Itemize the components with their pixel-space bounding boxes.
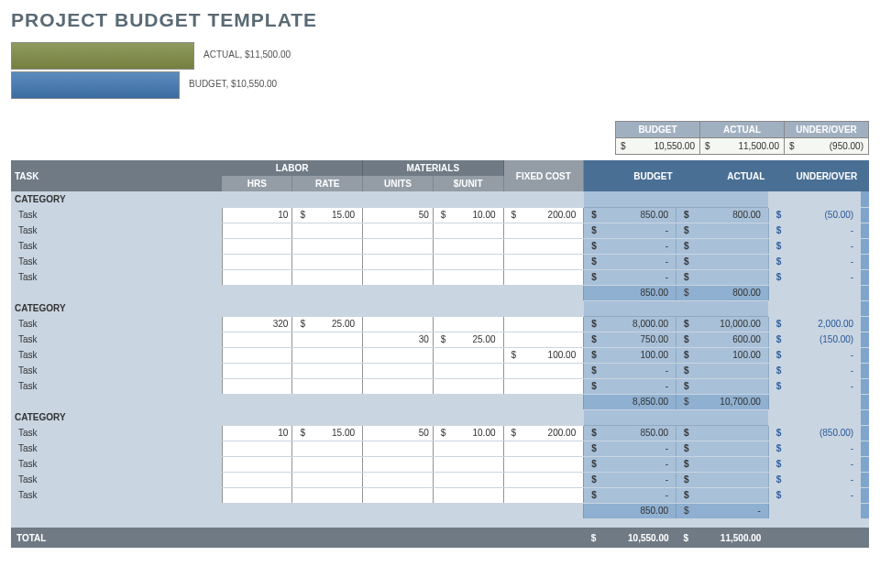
units-cell[interactable] [363, 456, 434, 472]
category-label: CATEGORY [11, 409, 222, 425]
uo-cell: $- [768, 441, 861, 456]
fixed-cell[interactable]: $200.00 [503, 207, 584, 223]
sunit-cell[interactable] [433, 378, 503, 394]
fixed-cell[interactable] [503, 316, 584, 332]
chart-bar-actual [11, 42, 194, 70]
sunit-cell[interactable] [433, 456, 503, 472]
task-label: Task [11, 207, 222, 223]
actual-cell: $ [676, 223, 769, 238]
actual-cell: $ [676, 487, 769, 503]
hrs-cell[interactable]: 10 [222, 425, 292, 441]
units-cell[interactable]: 50 [363, 207, 434, 223]
fixed-cell[interactable] [503, 332, 584, 347]
table-row: Task$-$$- [11, 363, 869, 378]
table-row: Task320$25.00$8,000.00$10,000.00$2,000.0… [11, 316, 869, 332]
fixed-cell[interactable] [503, 269, 584, 285]
fixed-cell[interactable] [503, 487, 584, 503]
rate-cell[interactable] [292, 238, 363, 254]
subtotal-actual: $800.00 [676, 285, 769, 300]
units-cell[interactable]: 30 [363, 332, 434, 347]
units-cell[interactable] [363, 487, 434, 503]
rate-cell[interactable] [292, 223, 363, 238]
sunit-cell[interactable]: $10.00 [433, 425, 503, 441]
rate-cell[interactable] [292, 487, 363, 503]
units-cell[interactable] [363, 316, 434, 332]
fixed-cell[interactable] [503, 472, 584, 487]
sunit-cell[interactable] [433, 347, 503, 363]
hrs-cell[interactable] [222, 269, 292, 285]
fixed-cell[interactable]: $200.00 [503, 425, 584, 441]
units-cell[interactable] [363, 238, 434, 254]
sunit-cell[interactable] [433, 316, 503, 332]
rate-cell[interactable] [292, 347, 363, 363]
budget-cell: $100.00 [584, 347, 676, 363]
units-cell[interactable] [363, 378, 434, 394]
task-label: Task [11, 425, 222, 441]
rate-cell[interactable] [292, 378, 363, 394]
sunit-cell[interactable] [433, 269, 503, 285]
rate-cell[interactable] [292, 269, 363, 285]
rate-cell[interactable] [292, 441, 363, 456]
task-label: Task [11, 332, 222, 347]
fixed-cell[interactable] [503, 363, 584, 378]
sunit-cell[interactable] [433, 487, 503, 503]
hrs-cell[interactable] [222, 254, 292, 269]
fixed-cell[interactable] [503, 254, 584, 269]
summary-box: BUDGET ACTUAL UNDER/OVER $10,550.00 $11,… [11, 121, 869, 155]
units-cell[interactable]: 50 [363, 425, 434, 441]
sunit-cell[interactable] [433, 238, 503, 254]
rate-cell[interactable] [292, 254, 363, 269]
hrs-cell[interactable] [222, 472, 292, 487]
hrs-cell[interactable] [222, 441, 292, 456]
rate-cell[interactable]: $25.00 [292, 316, 363, 332]
sunit-cell[interactable] [433, 254, 503, 269]
units-cell[interactable] [363, 223, 434, 238]
rate-cell[interactable] [292, 472, 363, 487]
table-row: Task$-$$- [11, 378, 869, 394]
sunit-cell[interactable] [433, 441, 503, 456]
rate-cell[interactable] [292, 456, 363, 472]
fixed-cell[interactable] [503, 223, 584, 238]
units-cell[interactable] [363, 269, 434, 285]
fixed-cell[interactable]: $100.00 [503, 347, 584, 363]
budget-cell: $- [584, 487, 676, 503]
hrs-cell[interactable] [222, 456, 292, 472]
hrs-cell[interactable] [222, 363, 292, 378]
hdr-actual: ACTUAL [676, 160, 769, 191]
hrs-cell[interactable] [222, 378, 292, 394]
budget-cell: $- [584, 441, 676, 456]
units-cell[interactable] [363, 347, 434, 363]
task-label: Task [11, 269, 222, 285]
rate-cell[interactable] [292, 332, 363, 347]
actual-cell: $800.00 [676, 207, 769, 223]
hrs-cell[interactable] [222, 347, 292, 363]
fixed-cell[interactable] [503, 456, 584, 472]
subtotal-row: 850.00$800.00 [11, 285, 869, 300]
budget-cell: $- [584, 472, 676, 487]
fixed-cell[interactable] [503, 441, 584, 456]
units-cell[interactable] [363, 254, 434, 269]
hrs-cell[interactable] [222, 223, 292, 238]
sunit-cell[interactable]: $25.00 [433, 332, 503, 347]
sunit-cell[interactable]: $10.00 [433, 207, 503, 223]
hrs-cell[interactable] [222, 238, 292, 254]
sunit-cell[interactable] [433, 223, 503, 238]
hrs-cell[interactable] [222, 332, 292, 347]
units-cell[interactable] [363, 441, 434, 456]
fixed-cell[interactable] [503, 378, 584, 394]
rate-cell[interactable] [292, 363, 363, 378]
hrs-cell[interactable]: 10 [222, 207, 292, 223]
hrs-cell[interactable]: 320 [222, 316, 292, 332]
units-cell[interactable] [363, 472, 434, 487]
sunit-cell[interactable] [433, 363, 503, 378]
budget-cell: $750.00 [584, 332, 676, 347]
hrs-cell[interactable] [222, 487, 292, 503]
total-row: TOTAL $10,550.00 $11,500.00 [11, 528, 869, 548]
task-label: Task [11, 347, 222, 363]
actual-cell: $ [676, 378, 769, 394]
fixed-cell[interactable] [503, 238, 584, 254]
sunit-cell[interactable] [433, 472, 503, 487]
rate-cell[interactable]: $15.00 [292, 425, 363, 441]
units-cell[interactable] [363, 363, 434, 378]
rate-cell[interactable]: $15.00 [292, 207, 363, 223]
